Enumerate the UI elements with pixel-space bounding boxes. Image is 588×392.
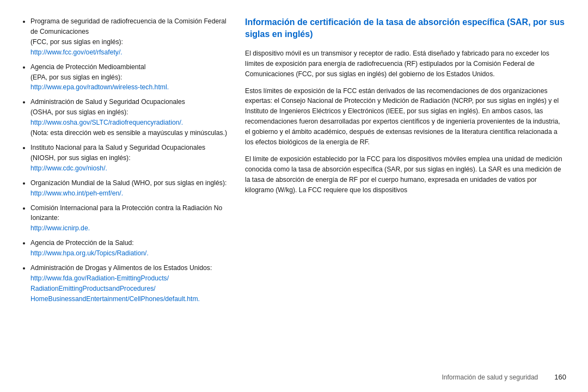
paragraph-1: El dispositivo móvil es un transmisor y … (245, 48, 566, 79)
left-list: Programa de seguridad de radiofrecuencia… (22, 16, 229, 304)
link-osha[interactable]: http://www.osha.gov/SLTC/radiofrequencyr… (30, 119, 183, 126)
list-item-fcc-text: Programa de seguridad de radiofrecuencia… (30, 17, 226, 46)
footer-label: Información de salud y seguridad (442, 373, 538, 381)
list-item-fda-text: Administración de Drogas y Alimentos de … (30, 264, 212, 272)
left-column: Programa de seguridad de radiofrecuencia… (22, 16, 229, 367)
list-item-epa-text: Agencia de Protección Medioambiental(EPA… (30, 63, 145, 81)
list-item-who: Organización Mundial de la Salud (WHO, p… (30, 178, 229, 199)
link-icnirp[interactable]: http://www.icnirp.de. (30, 224, 90, 232)
content-area: Programa de seguridad de radiofrecuencia… (22, 16, 566, 367)
right-column: Información de certificación de la tasa … (245, 16, 566, 367)
link-epa[interactable]: http://www.epa.gov/radtown/wireless-tech… (30, 83, 169, 91)
link-fcc[interactable]: http://www.fcc.gov/oet/rfsafety/. (30, 48, 122, 56)
list-item-fcc: Programa de seguridad de radiofrecuencia… (30, 16, 229, 58)
list-item-epa: Agencia de Protección Medioambiental(EPA… (30, 62, 229, 93)
list-item-osha-note: (Nota: esta dirección web es sensible a … (30, 129, 227, 137)
link-fda[interactable]: http://www.fda.gov/Radiation-EmittingPro… (30, 274, 200, 303)
link-who[interactable]: http://www.who.int/peh-emf/en/. (30, 189, 123, 197)
paragraph-2: Estos límites de exposición de la FCC es… (245, 86, 566, 148)
footer: Información de salud y seguridad 160 (22, 367, 566, 381)
list-item-icnirp: Comisión Internacional para la Protecció… (30, 203, 229, 234)
list-item-osha-text: Administración de Salud y Seguridad Ocup… (30, 98, 185, 116)
link-hpa[interactable]: http://www.hpa.org.uk/Topics/Radiation/. (30, 249, 149, 257)
section-title: Información de certificación de la tasa … (245, 16, 566, 41)
paragraph-3: El límite de exposición establecido por … (245, 154, 566, 195)
footer-page: 160 (554, 373, 566, 381)
list-item-hpa-text: Agencia de Protección de la Salud: (30, 239, 134, 247)
list-item-niosh: Instituto Nacional para la Salud y Segur… (30, 143, 229, 174)
link-niosh[interactable]: http://www.cdc.gov/niosh/. (30, 164, 107, 172)
list-item-who-text: Organización Mundial de la Salud (WHO, p… (30, 179, 226, 187)
list-item-osha: Administración de Salud y Seguridad Ocup… (30, 97, 229, 138)
list-item-hpa: Agencia de Protección de la Salud: http:… (30, 238, 229, 259)
list-item-niosh-text: Instituto Nacional para la Salud y Segur… (30, 144, 205, 162)
page-container: Programa de seguridad de radiofrecuencia… (0, 0, 588, 392)
list-item-icnirp-text: Comisión Internacional para la Protecció… (30, 204, 222, 222)
list-item-fda: Administración de Drogas y Alimentos de … (30, 263, 229, 304)
